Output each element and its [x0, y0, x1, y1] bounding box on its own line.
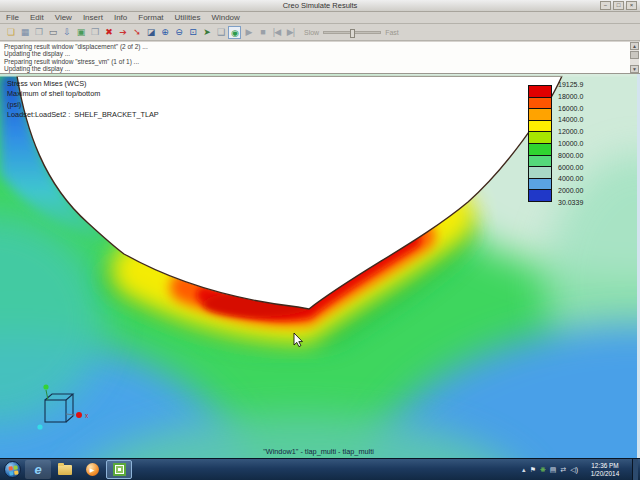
taskbar: e ▴⚑❋▤⇄◁) 12:36 PM 1/20/2014 — [0, 458, 640, 480]
menu-item[interactable]: Window — [211, 13, 239, 22]
show-hidden-icon[interactable]: ▴ — [522, 466, 526, 474]
x-axis-dot — [76, 412, 82, 418]
tray-icons: ▴⚑❋▤⇄◁) — [522, 466, 578, 474]
taskbar-clock[interactable]: 12:36 PM 1/20/2014 — [582, 462, 628, 478]
legend-tick: 16000.0 — [558, 105, 618, 112]
message-line: Preparing result window "displacement" (… — [4, 43, 628, 50]
legend-color-bar — [528, 85, 552, 202]
copy-window-icon[interactable]: ❐ — [32, 26, 45, 39]
legend-tick: 12000.0 — [558, 128, 618, 135]
creo-simulate-button[interactable] — [106, 460, 132, 479]
menu-item[interactable]: View — [55, 13, 72, 22]
legend-color-segment — [529, 167, 551, 179]
y-axis-dot — [43, 384, 48, 389]
export-image-icon[interactable]: ⇩ — [60, 26, 73, 39]
animation-speed-slider[interactable] — [323, 31, 381, 34]
window-title: Creo Simulate Results — [0, 1, 640, 10]
slow-label: Slow — [304, 29, 319, 36]
animation-speed-control: Slow Fast — [304, 29, 399, 36]
result-header: Stress von Mises (WCS)Maximum of shell t… — [7, 79, 159, 120]
swap-all-icon[interactable]: ➘ — [130, 26, 143, 39]
minimize-button[interactable]: − — [600, 1, 611, 10]
legend-color-segment — [529, 121, 551, 133]
legend-color-segment — [529, 190, 551, 201]
result-header-line: Maximum of shell top/bottom — [7, 89, 159, 99]
network-status-icon[interactable]: ❋ — [540, 466, 546, 474]
close-button[interactable]: × — [626, 1, 637, 10]
results-viewport[interactable]: x Stress von Mises (WCS)Maximum of shell… — [0, 74, 640, 458]
delete-icon[interactable]: ✖ — [102, 26, 115, 39]
legend-color-segment — [529, 98, 551, 110]
legend-color-segment — [529, 109, 551, 121]
new-window-icon[interactable]: ❑ — [214, 26, 227, 39]
internet-explorer-button[interactable]: e — [25, 460, 51, 479]
legend-tick: 10000.0 — [558, 140, 618, 147]
copy-icon[interactable]: ❒ — [88, 26, 101, 39]
insert-result-window-icon[interactable]: ▣ — [74, 26, 87, 39]
menu-item[interactable]: Utilities — [175, 13, 201, 22]
media-player-icon — [86, 463, 99, 476]
windows-logo-icon — [8, 465, 18, 475]
legend-color-segment — [529, 86, 551, 98]
legend-tick: 30.0339 — [558, 199, 618, 206]
menu-item[interactable]: Edit — [30, 13, 44, 22]
legend-color-segment — [529, 156, 551, 168]
open-icon[interactable]: ❏ — [4, 26, 17, 39]
message-line: Updating the display ... — [4, 65, 628, 72]
scroll-down-icon[interactable]: ▼ — [630, 65, 639, 73]
media-player-button[interactable] — [79, 460, 105, 479]
legend-tick: 2000.00 — [558, 187, 618, 194]
display-options-icon[interactable]: ◪ — [144, 26, 157, 39]
legend-color-segment — [529, 144, 551, 156]
first-frame-icon[interactable]: |◀ — [270, 26, 283, 39]
menu-item[interactable]: File — [6, 13, 19, 22]
save-icon[interactable]: ▦ — [18, 26, 31, 39]
maximize-button[interactable]: □ — [613, 1, 624, 10]
legend-tick: 6000.00 — [558, 164, 618, 171]
scrollbar-thumb[interactable] — [630, 51, 639, 59]
title-bar[interactable]: Creo Simulate Results − □ × — [0, 0, 640, 12]
message-log: Preparing result window "displacement" (… — [0, 42, 640, 74]
scroll-up-icon[interactable]: ▲ — [630, 42, 639, 50]
message-lines: Preparing result window "displacement" (… — [4, 43, 628, 73]
system-tray: ▴⚑❋▤⇄◁) 12:36 PM 1/20/2014 — [522, 459, 640, 480]
zoom-out-icon[interactable]: ⊖ — [172, 26, 185, 39]
show-desktop-button[interactable] — [632, 459, 638, 480]
zoom-in-icon[interactable]: ⊕ — [158, 26, 171, 39]
legend-tick: 8000.00 — [558, 152, 618, 159]
animate-icon[interactable]: ◉ — [228, 26, 241, 39]
updates-icon[interactable]: ▤ — [550, 466, 557, 474]
creo-simulate-icon — [113, 463, 126, 476]
window-controls: − □ × — [600, 1, 637, 10]
swap-window-icon[interactable]: ➔ — [116, 26, 129, 39]
action-center-icon[interactable]: ⚑ — [530, 466, 536, 474]
menu-item[interactable]: Format — [138, 13, 163, 22]
menu-item[interactable]: Insert — [83, 13, 103, 22]
legend-tick-labels: 19125.918000.016000.014000.012000.010000… — [558, 81, 618, 206]
legend-tick: 19125.9 — [558, 81, 618, 88]
toolbar: ❏▦❐▭⇩▣❒✖➔➘◪⊕⊖⊡➤❑◉▶■|◀▶| Slow Fast — [0, 25, 640, 41]
start-button[interactable] — [4, 461, 21, 478]
fringe-legend: 19125.918000.016000.014000.012000.010000… — [528, 81, 620, 211]
stop-icon[interactable]: ■ — [256, 26, 269, 39]
menu-bar: FileEditViewInsertInfoFormatUtilitiesWin… — [0, 12, 640, 24]
zoom-window-icon[interactable]: ⊡ — [186, 26, 199, 39]
print-icon[interactable]: ▭ — [46, 26, 59, 39]
explorer-button[interactable] — [52, 460, 78, 479]
volume-icon[interactable]: ◁) — [570, 466, 578, 474]
play-icon[interactable]: ▶ — [242, 26, 255, 39]
z-axis-dot — [37, 424, 42, 429]
legend-tick: 14000.0 — [558, 116, 618, 123]
legend-tick: 18000.0 — [558, 93, 618, 100]
folder-icon — [58, 465, 72, 475]
last-frame-icon[interactable]: ▶| — [284, 26, 297, 39]
result-window-label: "Window1" - tlap_multi - tlap_multi — [0, 447, 637, 456]
slider-thumb-handle[interactable] — [350, 29, 355, 38]
result-header-line: (psi) — [7, 100, 159, 110]
internet-explorer-icon: e — [34, 463, 41, 476]
orient-icon[interactable]: ➤ — [200, 26, 213, 39]
menu-item[interactable]: Info — [114, 13, 127, 22]
sync-icon[interactable]: ⇄ — [560, 466, 566, 474]
clock-time: 12:36 PM — [584, 462, 626, 470]
message-scrollbar[interactable]: ▲ ▼ — [630, 42, 639, 73]
